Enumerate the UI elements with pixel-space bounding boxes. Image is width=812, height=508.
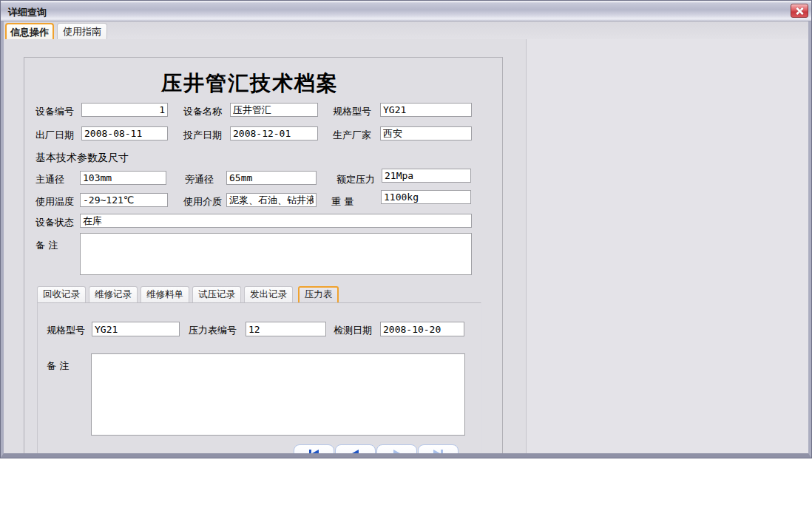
manufacturer-input[interactable] (380, 126, 472, 140)
temperature-input[interactable] (80, 193, 168, 207)
window-body: 信息操作 使用指南 压井管汇技术档案 设备编号 设备名称 规格型号 出厂日期 (4, 21, 808, 453)
spec-model-input[interactable] (380, 103, 472, 117)
tab-issue-records[interactable]: 发出记录 (244, 286, 293, 302)
gauge-check-date-label: 检测日期 (334, 324, 372, 337)
device-no-label: 设备编号 (35, 105, 74, 118)
gauge-remark-label: 备 注 (47, 359, 69, 373)
form-title: 压井管汇技术档案 (24, 70, 502, 98)
medium-input[interactable] (226, 193, 317, 207)
remark-textarea[interactable] (80, 233, 472, 275)
device-status-label: 设备状态 (35, 216, 74, 229)
gauge-remark-textarea[interactable] (91, 353, 465, 436)
nav-previous-button[interactable] (335, 444, 376, 453)
nav-last-button[interactable] (418, 444, 459, 453)
gauge-no-input[interactable] (246, 322, 326, 336)
titlebar[interactable]: 详细查询 (1, 1, 811, 21)
pressure-gauge-page: 规格型号 压力表编号 检测日期 备 注 (37, 302, 481, 453)
window-frame: 信息操作 使用指南 压井管汇技术档案 设备编号 设备名称 规格型号 出厂日期 (1, 21, 811, 458)
tab-pressure-gauge[interactable]: 压力表 (298, 286, 339, 302)
tab-pressure-test-records[interactable]: 试压记录 (192, 286, 241, 302)
side-bore-input[interactable] (226, 171, 317, 185)
weight-label: 重 量 (331, 195, 353, 209)
info-operations-page: 压井管汇技术档案 设备编号 设备名称 规格型号 出厂日期 投产日期 生产厂家 (4, 39, 527, 453)
production-date-label: 投产日期 (183, 129, 222, 142)
params-section-title: 基本技术参数及尺寸 (35, 152, 129, 165)
tab-repair-records[interactable]: 维修记录 (89, 286, 138, 302)
spec-model-label: 规格型号 (333, 105, 371, 118)
factory-date-input[interactable] (81, 126, 168, 140)
nav-last-icon (433, 450, 443, 453)
device-name-label: 设备名称 (183, 105, 222, 118)
close-button[interactable] (791, 4, 808, 18)
device-status-input[interactable] (80, 214, 472, 228)
tab-repair-materials[interactable]: 维修料单 (141, 286, 189, 302)
close-icon (795, 7, 804, 16)
device-no-input[interactable] (81, 103, 168, 117)
tab-info-operations[interactable]: 信息操作 (5, 23, 54, 39)
temperature-label: 使用温度 (35, 195, 74, 209)
manufacturer-label: 生产厂家 (333, 129, 371, 142)
factory-date-label: 出厂日期 (35, 129, 74, 142)
side-bore-label: 旁通径 (185, 173, 214, 186)
remark-label: 备 注 (35, 239, 58, 252)
nav-next-icon (393, 450, 400, 453)
device-name-input[interactable] (230, 103, 318, 117)
gauge-no-label: 压力表编号 (189, 324, 237, 337)
gauge-spec-label: 规格型号 (47, 324, 85, 337)
rated-pressure-label: 额定压力 (336, 173, 375, 186)
main-tab-strip: 信息操作 使用指南 (4, 21, 808, 39)
main-bore-label: 主通径 (35, 173, 64, 186)
production-date-input[interactable] (230, 126, 318, 140)
gauge-spec-input[interactable] (92, 322, 180, 336)
main-bore-input[interactable] (80, 171, 166, 185)
tab-user-guide[interactable]: 使用指南 (57, 23, 107, 39)
rated-pressure-input[interactable] (382, 169, 471, 183)
weight-input[interactable] (381, 190, 471, 204)
gauge-check-date-input[interactable] (380, 322, 464, 336)
form-panel: 压井管汇技术档案 设备编号 设备名称 规格型号 出厂日期 投产日期 生产厂家 (24, 57, 503, 453)
detail-query-window: 详细查询 信息操作 使用指南 压井管汇技术档案 设备编号 设备名称 规格型号 (0, 0, 812, 458)
nav-previous-icon (352, 450, 359, 453)
nav-next-button[interactable] (376, 444, 417, 453)
nav-first-button[interactable] (294, 444, 334, 453)
nav-first-icon (309, 450, 319, 453)
medium-label: 使用介质 (183, 195, 222, 209)
tab-recycle-records[interactable]: 回收记录 (37, 286, 86, 302)
window-title: 详细查询 (8, 6, 47, 19)
